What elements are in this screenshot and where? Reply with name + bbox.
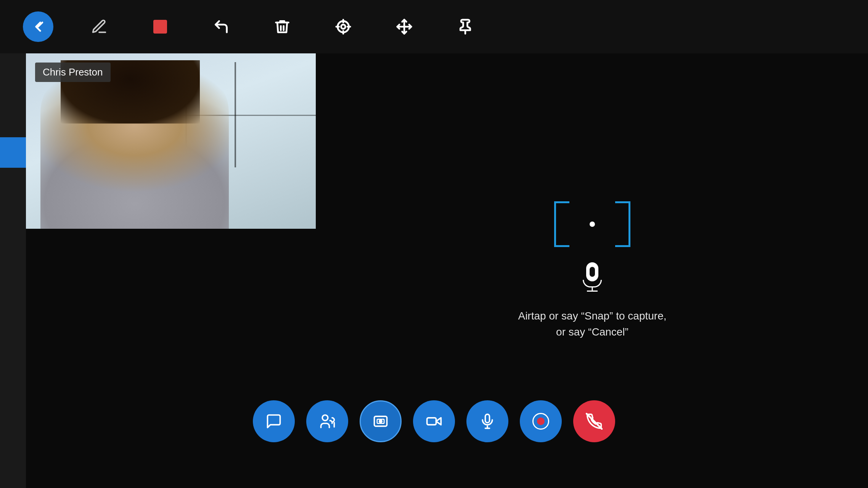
screenshot-icon [372, 413, 389, 430]
target-icon [335, 18, 352, 35]
microphone-icon-large [581, 262, 604, 293]
move-icon [396, 18, 413, 35]
bottom-toolbar [0, 400, 868, 442]
pin-icon [457, 18, 474, 35]
viewfinder [554, 201, 630, 247]
svg-point-2 [341, 25, 346, 29]
stop-button[interactable] [145, 11, 175, 42]
record-dot [537, 417, 545, 425]
video-icon [426, 413, 442, 430]
svg-marker-16 [436, 418, 441, 425]
video-button[interactable] [413, 400, 455, 442]
sidebar-active-indicator [0, 137, 26, 168]
collapse-icon [30, 18, 47, 35]
pen-button[interactable] [84, 11, 114, 42]
stop-icon [153, 20, 167, 34]
svg-point-10 [322, 415, 328, 421]
move-button[interactable] [389, 11, 420, 42]
pin-button[interactable] [450, 11, 481, 42]
chat-button[interactable] [253, 400, 295, 442]
chat-icon [265, 413, 282, 430]
mic-button[interactable] [466, 400, 508, 442]
participant-name-badge: Chris Preston [35, 63, 111, 82]
svg-rect-17 [485, 414, 490, 423]
pen-icon [91, 18, 108, 35]
trash-icon [274, 18, 291, 35]
mic-stand-area [581, 280, 604, 287]
undo-icon [213, 18, 230, 35]
back-button[interactable] [23, 11, 53, 42]
record-icon [532, 413, 549, 430]
bracket-left [554, 201, 569, 247]
mic-cutout [590, 267, 595, 277]
mic-icon [479, 413, 496, 430]
capture-instruction: Airtap or say “Snap” to capture, or say … [518, 308, 666, 340]
mic-arc [583, 280, 602, 287]
svg-rect-15 [427, 418, 436, 425]
screenshot-button[interactable] [360, 400, 402, 442]
record-button[interactable] [520, 400, 562, 442]
viewfinder-dot [590, 222, 595, 227]
end-call-button[interactable] [573, 400, 615, 442]
bracket-right [615, 201, 630, 247]
participant-name-text: Chris Preston [43, 66, 103, 78]
mic-base [587, 291, 598, 292]
undo-button[interactable] [206, 11, 236, 42]
video-feed: Chris Preston [26, 53, 316, 229]
mic-body [586, 262, 598, 281]
participants-icon [319, 413, 336, 430]
participants-button[interactable] [306, 400, 348, 442]
target-button[interactable] [328, 11, 358, 42]
delete-button[interactable] [267, 11, 297, 42]
record-ring [532, 413, 549, 430]
capture-text-line1: Airtap or say “Snap” to capture, [518, 308, 666, 324]
end-call-icon [586, 413, 603, 430]
capture-text-line2: or say “Cancel” [518, 324, 666, 340]
svg-point-14 [379, 420, 382, 422]
top-toolbar [0, 0, 868, 53]
